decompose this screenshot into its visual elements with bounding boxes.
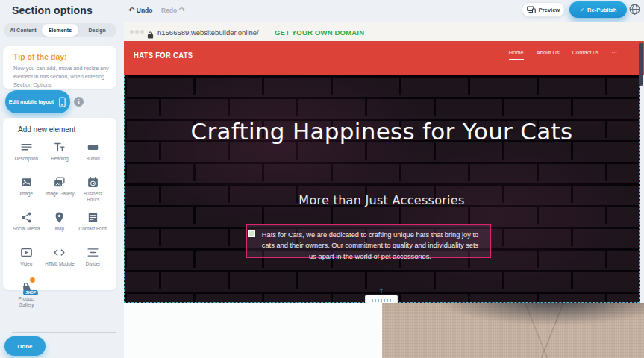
element-label: Map bbox=[55, 226, 64, 232]
preview-label: Preview bbox=[539, 7, 560, 13]
site-nav: Home About Us Contact us ··· bbox=[509, 49, 617, 60]
add-element-divider[interactable]: Divider bbox=[76, 245, 110, 274]
redo-button[interactable]: Redo ↷ bbox=[161, 6, 185, 14]
contact-form-icon bbox=[87, 210, 100, 224]
preview-button[interactable]: Preview bbox=[522, 2, 565, 17]
add-element-social-media[interactable]: Social Media bbox=[10, 210, 43, 239]
tab-elements[interactable]: Elements bbox=[42, 24, 79, 37]
resize-arrow-up-icon: ↑ bbox=[378, 287, 385, 295]
element-label: HTML Module bbox=[45, 261, 74, 267]
element-label: Business Hours bbox=[78, 191, 108, 203]
undo-icon: ↶ bbox=[128, 6, 134, 14]
phone-icon bbox=[58, 97, 66, 107]
republish-label: Re-Publish bbox=[587, 7, 616, 13]
image-gallery-icon bbox=[53, 175, 66, 189]
sidebar-divider bbox=[12, 332, 116, 333]
element-label: Contact Form bbox=[79, 226, 107, 232]
image-icon bbox=[19, 175, 33, 189]
republish-button[interactable]: ✓ Re-Publish bbox=[569, 1, 627, 18]
element-label: Image Gallery bbox=[45, 191, 74, 197]
hero-paragraph: Hats for Cats, we are dedicated to craft… bbox=[257, 230, 483, 262]
social-media-icon bbox=[19, 210, 33, 224]
add-element-business-hours[interactable]: Business Hours bbox=[76, 175, 110, 204]
preview-scrollbar[interactable] bbox=[639, 43, 643, 86]
business-hours-icon bbox=[87, 175, 100, 189]
site-logo[interactable]: HATS FOR CATS bbox=[134, 51, 193, 60]
heading-icon bbox=[53, 140, 66, 154]
page-title: Section options bbox=[12, 4, 93, 16]
devices-icon bbox=[527, 6, 536, 13]
add-element-description[interactable]: Description bbox=[10, 140, 43, 169]
add-element-title: Add new element bbox=[18, 125, 75, 134]
browser-dot bbox=[140, 30, 144, 34]
add-element-image-gallery[interactable]: Image Gallery bbox=[43, 175, 77, 204]
browser-dot bbox=[135, 30, 139, 34]
next-section-photo[interactable] bbox=[382, 303, 644, 358]
button-icon bbox=[87, 140, 100, 154]
nav-more-icon[interactable]: ··· bbox=[612, 49, 618, 59]
lock-icon bbox=[147, 28, 154, 36]
video-icon bbox=[19, 245, 33, 259]
site-url[interactable]: n1566589.websitebuilder.online/ bbox=[157, 28, 259, 37]
add-element-video[interactable]: Video bbox=[10, 245, 43, 274]
new-badge-dot bbox=[29, 277, 36, 283]
info-icon[interactable]: i bbox=[74, 97, 84, 107]
redo-icon: ↷ bbox=[179, 6, 185, 14]
add-element-panel: Add new element Description Heading Butt… bbox=[3, 118, 116, 290]
edit-mobile-layout-button[interactable]: Edit mobile layout bbox=[5, 90, 70, 113]
element-label: Social Media bbox=[13, 226, 40, 232]
element-label: Button bbox=[87, 156, 100, 162]
next-section-background[interactable] bbox=[124, 303, 382, 358]
tip-of-the-day-card: Tip of the day: Now you can add, move an… bbox=[3, 46, 116, 89]
add-element-button[interactable]: Button bbox=[76, 140, 110, 169]
undo-button[interactable]: ↶ Undo bbox=[128, 6, 152, 14]
hero-subheading[interactable]: More than Just Accessories bbox=[125, 193, 639, 207]
get-domain-link[interactable]: GET YOUR OWN DOMAIN bbox=[275, 28, 364, 37]
product-gallery-icon: SHOP bbox=[19, 280, 33, 294]
redo-label: Redo bbox=[161, 7, 177, 14]
browser-dot bbox=[130, 30, 134, 34]
map-icon bbox=[53, 210, 66, 224]
nav-about-us[interactable]: About Us bbox=[537, 49, 560, 59]
description-icon bbox=[19, 140, 33, 154]
element-label: Image bbox=[20, 191, 34, 197]
shop-badge: SHOP bbox=[23, 290, 38, 295]
undo-label: Undo bbox=[137, 7, 153, 14]
add-element-map[interactable]: Map bbox=[43, 210, 77, 239]
tab-ai-content[interactable]: AI Content bbox=[4, 24, 42, 37]
element-label: Description bbox=[15, 156, 39, 162]
nav-home[interactable]: Home bbox=[509, 49, 524, 60]
element-label: Heading bbox=[51, 156, 68, 162]
nav-contact-us[interactable]: Contact us bbox=[572, 49, 599, 59]
hero-heading[interactable]: Crafting Happiness for Your Cats bbox=[188, 116, 576, 146]
element-label: Video bbox=[20, 261, 32, 267]
add-element-image[interactable]: Image bbox=[10, 175, 43, 204]
divider-icon bbox=[87, 245, 100, 259]
language-globe-icon[interactable] bbox=[628, 3, 641, 16]
tab-design[interactable]: Design bbox=[78, 24, 116, 37]
tip-title: Tip of the day: bbox=[13, 52, 67, 61]
edit-mobile-label: Edit mobile layout bbox=[9, 99, 54, 104]
hero-section[interactable]: Crafting Happiness for Your Cats More th… bbox=[124, 75, 640, 303]
selection-handle[interactable] bbox=[248, 230, 255, 237]
selected-text-box[interactable]: Hats for Cats, we are dedicated to craft… bbox=[246, 224, 491, 258]
html-module-icon bbox=[53, 245, 66, 259]
check-icon: ✓ bbox=[580, 7, 584, 13]
add-element-heading[interactable]: Heading bbox=[43, 140, 77, 169]
add-element-html-module[interactable]: HTML Module bbox=[43, 245, 77, 274]
element-grid: Description Heading Button Image Image G… bbox=[10, 140, 110, 309]
add-element-contact-form[interactable]: Contact Form bbox=[76, 210, 110, 239]
done-button[interactable]: Done bbox=[4, 336, 46, 356]
add-element-product-gallery[interactable]: SHOP Product Gallery bbox=[10, 280, 43, 309]
sidebar-tabs: AI Content Elements Design bbox=[4, 23, 116, 37]
browser-bar: n1566589.websitebuilder.online/ GET YOUR… bbox=[124, 22, 644, 41]
tip-body: Now you can add, move and resize any ele… bbox=[13, 65, 109, 90]
element-label: Divider bbox=[86, 261, 101, 267]
app-window: Section options ↶ Undo Redo ↷ Preview ✓ … bbox=[0, 0, 644, 358]
info-glyph: i bbox=[78, 98, 79, 105]
element-label: Product Gallery bbox=[11, 296, 41, 308]
site-header: HATS FOR CATS Home About Us Contact us ·… bbox=[124, 41, 644, 75]
